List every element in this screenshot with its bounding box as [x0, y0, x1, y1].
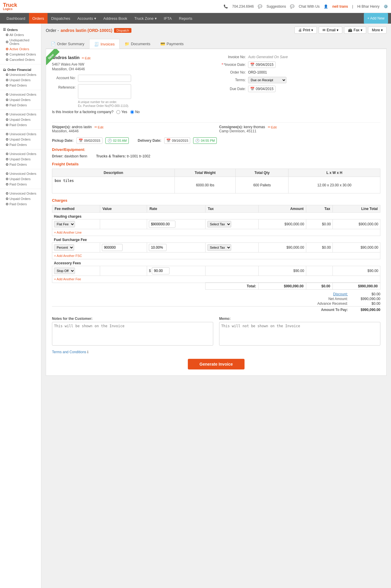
factoring-no-label[interactable]: No: [130, 110, 140, 114]
chat-link[interactable]: Chat With Us: [299, 4, 320, 9]
discount-label[interactable]: Discount:: [312, 292, 351, 296]
sidebar-unpaid-2[interactable]: Unpaid Orders: [0, 97, 41, 102]
sidebar-uninvoiced-2[interactable]: Uninvoiced Orders: [0, 92, 41, 97]
fuel-rate-input[interactable]: [149, 244, 167, 251]
breadcrumb-customer: andros lastin (ORD-10001): [61, 28, 112, 33]
sidebar-unpaid-5[interactable]: Unpaid Orders: [0, 157, 41, 162]
sidebar-uninvoiced-5[interactable]: Uninvoiced Orders: [0, 151, 41, 157]
nav-address-book[interactable]: Address Book: [100, 13, 131, 24]
nav-dashboard[interactable]: Dashboard: [3, 13, 29, 24]
company-edit-link[interactable]: ✏ Edit: [82, 56, 90, 60]
sidebar-unpaid-1[interactable]: Unpaid Orders: [0, 77, 41, 83]
add-fee-link[interactable]: + Add Another Fee: [54, 277, 81, 281]
due-date-label: Due Date:: [219, 87, 246, 91]
sidebar-uninvoiced-1[interactable]: Uninvoiced Orders: [0, 72, 41, 77]
nav-ifta[interactable]: IFTA: [160, 13, 175, 24]
fuel-tax-select[interactable]: Select Tax: [207, 244, 231, 251]
sidebar-completed[interactable]: Completed Orders: [0, 52, 41, 57]
tab-order-summary[interactable]: 📄 Order Summary: [46, 39, 89, 48]
account-link[interactable]: Hi Bhar Henry: [357, 4, 379, 9]
due-date-field[interactable]: 📅 09/04/2015: [248, 86, 276, 92]
hauling-tax-select[interactable]: Select Tax: [207, 221, 231, 227]
dot-icon: [6, 203, 8, 205]
user-link[interactable]: neil trans: [332, 4, 348, 9]
shipper-edit-link[interactable]: ✏ Edit: [95, 125, 103, 129]
hauling-rate-input[interactable]: [149, 221, 175, 228]
factoring-yes-label[interactable]: Yes: [116, 110, 127, 114]
nav-accounts[interactable]: Accounts ▾: [74, 13, 100, 24]
dot-icon: [6, 198, 8, 200]
settings-icon[interactable]: ⚙️: [384, 4, 388, 9]
email-icon: ✉: [322, 28, 325, 32]
sidebar-paid-1[interactable]: Paid Orders: [0, 83, 41, 88]
generate-invoice-button[interactable]: Generate Invoice: [188, 359, 245, 369]
sidebar-all-orders[interactable]: All Orders: [0, 32, 41, 38]
sidebar-paid-3[interactable]: Paid Orders: [0, 122, 41, 128]
fax-button[interactable]: 📠 Fax ▾: [344, 27, 366, 34]
more-button[interactable]: More ▾: [368, 27, 387, 34]
factoring-yes-radio[interactable]: [116, 110, 120, 114]
tab-payments[interactable]: 💳 Payments: [155, 39, 189, 48]
consignees-label: Consignee(s):: [219, 125, 243, 129]
sidebar-uninvoiced-6[interactable]: Uninvoiced Orders: [0, 171, 41, 176]
sidebar-unpaid-7[interactable]: Unpaid Orders: [0, 196, 41, 201]
tab-documents[interactable]: 📁 Documents: [120, 39, 155, 48]
sidebar-paid-2[interactable]: Paid Orders: [0, 102, 41, 108]
sidebar-unpaid-4[interactable]: Unpaid Orders: [0, 137, 41, 142]
sidebar-cancelled[interactable]: Cancelled Orders: [0, 57, 41, 62]
dot-icon: [6, 99, 8, 101]
invoice-date-field[interactable]: 📅 09/04/2015: [248, 61, 276, 68]
sidebar-active-orders[interactable]: Active Orders: [0, 46, 41, 52]
accessory-method-select[interactable]: Stop Off: [54, 268, 75, 274]
delivery-date-field[interactable]: 📅 09/16/2015: [164, 137, 190, 144]
invoices-icon: 🧾: [94, 42, 99, 46]
nav-orders[interactable]: Orders: [29, 13, 48, 24]
freight-description-input[interactable]: box tiles: [55, 179, 172, 190]
add-new-button[interactable]: + Add New: [364, 13, 388, 24]
invoice-no-label: Invoice No:: [219, 55, 246, 59]
sidebar-paid-7[interactable]: Paid Orders: [0, 201, 41, 207]
sidebar-paid-5[interactable]: Paid Orders: [0, 162, 41, 167]
reference-input[interactable]: [78, 84, 131, 99]
tab-invoices[interactable]: 🧾 Invoices: [89, 39, 120, 49]
dot-icon: [6, 53, 8, 56]
accessory-rate-input[interactable]: [152, 267, 170, 274]
fuel-method-select[interactable]: Percent: [54, 244, 74, 251]
sidebar-unpaid-3[interactable]: Unpaid Orders: [0, 117, 41, 122]
sidebar-paid-6[interactable]: Paid Orders: [0, 182, 41, 187]
sidebar-uninvoiced-3[interactable]: Uninvoiced Orders: [0, 112, 41, 117]
print-button[interactable]: 🖨 Print ▾: [294, 27, 317, 34]
nav-truck-zone[interactable]: Truck Zone ▾: [131, 13, 160, 24]
nav-dispatches[interactable]: Dispatches: [48, 13, 74, 24]
sidebar-unpaid-6[interactable]: Unpaid Orders: [0, 176, 41, 182]
pickup-date-field[interactable]: 📅 09/02/2015: [76, 137, 102, 144]
delivery-time-field[interactable]: 🕐 04:55 PM: [193, 137, 217, 144]
hauling-total: $900,000.00: [333, 219, 380, 229]
charges-col-tax: Tax: [205, 205, 258, 213]
breadcrumb-prefix: Order -: [46, 28, 59, 33]
reference-hint2: Ex. Purchase Order No(PO-000-1110).: [78, 104, 131, 107]
dot-icon: [6, 124, 8, 126]
terms-conditions-link[interactable]: Terms and Conditions: [52, 350, 86, 354]
freight-weight: 6000.00 lbs: [175, 177, 236, 193]
add-another-line-link[interactable]: + Add Another Line: [54, 231, 82, 234]
sidebar-paid-4[interactable]: Paid Orders: [0, 142, 41, 147]
factoring-no-radio[interactable]: [130, 110, 134, 114]
account-no-input[interactable]: [78, 75, 131, 82]
sidebar-uninvoiced-7[interactable]: Uninvoiced Orders: [0, 191, 41, 196]
sidebar-uninvoiced-4[interactable]: Uninvoiced Orders: [0, 131, 41, 137]
add-fsc-link[interactable]: + Add Another FSC: [54, 254, 82, 258]
consignee-edit-link[interactable]: ✏ Edit: [268, 125, 277, 129]
email-button[interactable]: ✉ Email ▾: [319, 27, 342, 34]
pickup-time-field[interactable]: 🕐 02:55 AM: [105, 137, 129, 144]
terms-select[interactable]: Due on Receipt: [248, 77, 286, 83]
suggestions-link[interactable]: Suggestions: [266, 4, 286, 9]
driver-label: Driver:: [52, 154, 63, 158]
memo-textarea[interactable]: [219, 322, 380, 346]
sidebar-financial-title: 🗂 Order Financial: [0, 66, 41, 72]
nav-reports[interactable]: Reports: [175, 13, 196, 24]
sidebar-undispatched[interactable]: Undispatched Orders: [0, 38, 41, 46]
hauling-method-select[interactable]: Flat Fee: [54, 221, 75, 227]
notes-textarea[interactable]: [52, 322, 213, 346]
fuel-value-input[interactable]: [102, 244, 123, 251]
